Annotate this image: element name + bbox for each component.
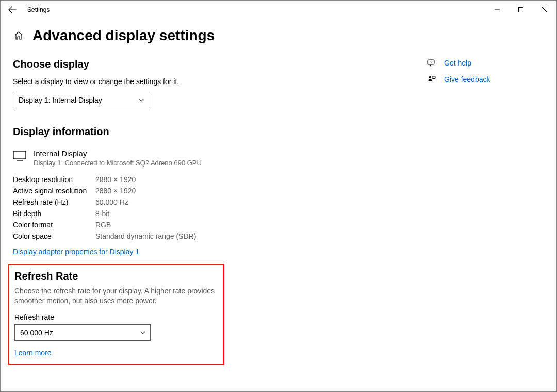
minimize-button[interactable]	[485, 1, 509, 19]
info-value: RGB	[95, 221, 111, 229]
close-icon	[542, 7, 548, 13]
table-row: Color formatRGB	[13, 219, 420, 231]
info-value: 2880 × 1920	[95, 187, 136, 195]
chevron-down-icon	[140, 330, 146, 336]
monitor-icon	[13, 150, 27, 164]
refresh-rate-heading: Refresh Rate	[14, 270, 218, 282]
svg-rect-2	[13, 151, 26, 159]
page-header: Advanced display settings	[13, 27, 544, 44]
learn-more-link[interactable]: Learn more	[14, 349, 52, 357]
refresh-rate-value: 60.000 Hz	[20, 329, 53, 337]
app-name: Settings	[27, 6, 50, 13]
display-name: Internal Display	[34, 149, 202, 158]
get-help-label: Get help	[444, 59, 471, 67]
maximize-button[interactable]	[509, 1, 533, 19]
display-subtitle: Display 1: Connected to Microsoft SQ2 Ad…	[34, 159, 202, 167]
arrow-left-icon	[8, 6, 17, 14]
refresh-rate-select[interactable]: 60.000 Hz	[14, 324, 151, 341]
table-row: Refresh rate (Hz)60.000 Hz	[13, 197, 420, 208]
minimize-icon	[494, 7, 500, 13]
help-icon: ?	[425, 58, 438, 68]
feedback-icon	[425, 75, 438, 84]
page-title: Advanced display settings	[32, 27, 215, 44]
info-value: 60.000 Hz	[95, 198, 128, 206]
refresh-rate-field-label: Refresh rate	[14, 313, 218, 321]
table-row: Active signal resolution2880 × 1920	[13, 185, 420, 197]
display-info-heading: Display information	[13, 126, 420, 138]
info-label: Desktop resolution	[13, 175, 95, 184]
info-label: Color format	[13, 221, 95, 229]
info-label: Color space	[13, 232, 95, 240]
svg-rect-6	[432, 76, 435, 79]
choose-display-hint: Select a display to view or change the s…	[13, 77, 420, 86]
info-label: Refresh rate (Hz)	[13, 198, 95, 206]
back-button[interactable]	[1, 1, 24, 19]
close-button[interactable]	[533, 1, 556, 19]
display-summary: Internal Display Display 1: Connected to…	[13, 149, 420, 167]
refresh-rate-hint: Choose the refresh rate for your display…	[14, 286, 218, 306]
svg-text:?: ?	[430, 60, 433, 64]
info-value: 8-bit	[95, 209, 109, 218]
table-row: Bit depth8-bit	[13, 208, 420, 219]
chevron-down-icon	[138, 97, 144, 103]
get-help-link[interactable]: ? Get help	[425, 58, 490, 68]
window-controls	[485, 1, 556, 19]
choose-display-heading: Choose display	[13, 58, 420, 70]
svg-point-5	[429, 76, 431, 78]
refresh-rate-section: Refresh Rate Choose the refresh rate for…	[8, 264, 224, 365]
give-feedback-link[interactable]: Give feedback	[425, 75, 490, 84]
titlebar: Settings	[1, 1, 556, 19]
maximize-icon	[518, 7, 524, 13]
display-info-table: Desktop resolution2880 × 1920 Active sig…	[13, 174, 420, 242]
svg-rect-1	[519, 8, 523, 12]
home-icon	[13, 30, 24, 41]
table-row: Desktop resolution2880 × 1920	[13, 174, 420, 185]
display-select[interactable]: Display 1: Internal Display	[13, 92, 149, 108]
info-label: Bit depth	[13, 209, 95, 218]
home-button[interactable]	[13, 30, 24, 41]
info-value: Standard dynamic range (SDR)	[95, 232, 196, 240]
adapter-properties-link[interactable]: Display adapter properties for Display 1	[13, 248, 139, 256]
give-feedback-label: Give feedback	[444, 75, 490, 84]
info-label: Active signal resolution	[13, 187, 95, 195]
info-value: 2880 × 1920	[95, 175, 136, 184]
table-row: Color spaceStandard dynamic range (SDR)	[13, 231, 420, 242]
display-select-value: Display 1: Internal Display	[19, 96, 102, 104]
